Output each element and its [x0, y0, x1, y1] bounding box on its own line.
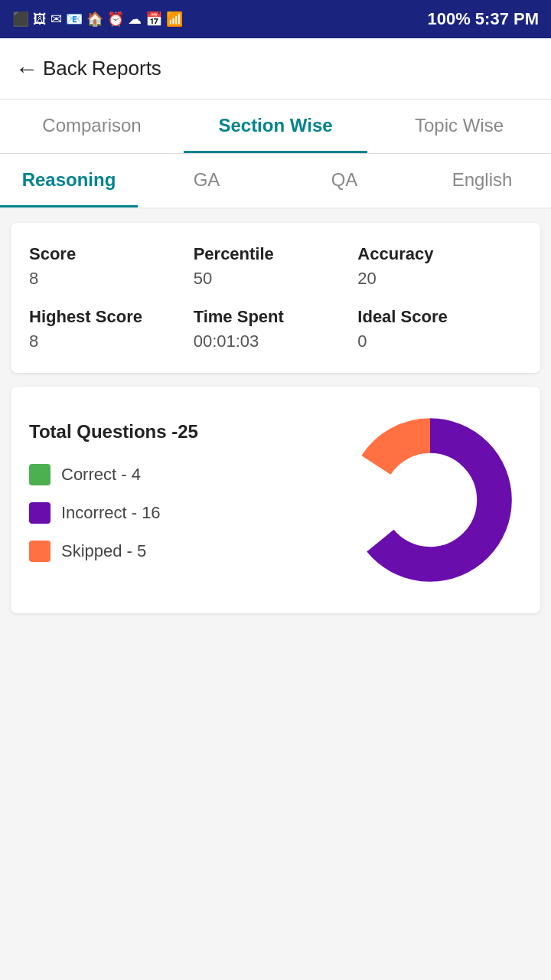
score-label: Score — [29, 244, 194, 264]
subtab-qa[interactable]: QA — [276, 154, 413, 207]
time-text: 5:37 PM — [475, 9, 539, 29]
time-spent-label: Time Spent — [194, 307, 358, 327]
status-bar: ⬛ 🖼 ✉ 📧 🏠 ⏰ ☁ 📅 📶 100% 5:37 PM — [0, 0, 551, 38]
notification-icons: ⬛ 🖼 ✉ 📧 🏠 ⏰ ☁ 📅 📶 — [12, 11, 183, 28]
header: ← BackReports — [0, 38, 551, 100]
score-value: 8 — [29, 269, 194, 289]
legend: Total Questions -25 Correct - 4 Incorrec… — [29, 421, 323, 579]
percentile-item: Percentile 50 — [194, 244, 358, 289]
percentile-label: Percentile — [194, 244, 358, 264]
chart-section: Total Questions -25 Correct - 4 Incorrec… — [29, 408, 522, 592]
score-grid: Score 8 Percentile 50 Accuracy 20 Highes… — [29, 244, 522, 351]
correct-label: Correct - 4 — [61, 465, 141, 485]
tab-topic-wise[interactable]: Topic Wise — [367, 100, 551, 153]
status-bar-left: ⬛ 🖼 ✉ 📧 🏠 ⏰ ☁ 📅 📶 — [12, 11, 428, 28]
score-item: Score 8 — [29, 244, 194, 289]
subtab-english[interactable]: English — [413, 154, 551, 207]
score-card: Score 8 Percentile 50 Accuracy 20 Highes… — [11, 223, 540, 373]
correct-legend-item: Correct - 4 — [29, 464, 323, 485]
percentile-value: 50 — [194, 269, 358, 289]
battery-text: 100% — [428, 9, 471, 29]
tab-comparison[interactable]: Comparison — [0, 100, 184, 153]
skipped-label: Skipped - 5 — [61, 541, 146, 561]
time-spent-item: Time Spent 00:01:03 — [194, 307, 358, 351]
header-title: Reports — [92, 57, 161, 80]
back-arrow-icon: ← — [15, 56, 38, 82]
time-spent-value: 00:01:03 — [194, 332, 358, 351]
ideal-score-label: Ideal Score — [357, 307, 522, 327]
skipped-legend-item: Skipped - 5 — [29, 541, 323, 562]
highest-score-label: Highest Score — [29, 307, 194, 327]
back-button[interactable]: ← BackReports — [15, 56, 161, 82]
questions-card: Total Questions -25 Correct - 4 Incorrec… — [11, 387, 540, 613]
svg-point-3 — [384, 454, 476, 546]
subtab-reasoning[interactable]: Reasoning — [0, 154, 138, 207]
skipped-color-box — [29, 541, 51, 562]
tab-section-wise[interactable]: Section Wise — [184, 100, 367, 153]
donut-chart — [338, 408, 522, 592]
back-label: Back — [43, 57, 87, 80]
incorrect-color-box — [29, 502, 51, 524]
highest-score-item: Highest Score 8 — [29, 307, 194, 351]
correct-color-box — [29, 464, 51, 485]
incorrect-label: Incorrect - 16 — [61, 503, 161, 523]
accuracy-label: Accuracy — [357, 244, 522, 264]
ideal-score-item: Ideal Score 0 — [357, 307, 522, 351]
sub-tabs: Reasoning GA QA English — [0, 154, 551, 209]
highest-score-value: 8 — [29, 332, 194, 351]
status-bar-right: 100% 5:37 PM — [428, 9, 539, 29]
total-questions-label: Total Questions -25 — [29, 421, 323, 443]
top-tabs: Comparison Section Wise Topic Wise — [0, 100, 551, 154]
incorrect-legend-item: Incorrect - 16 — [29, 502, 323, 524]
ideal-score-value: 0 — [357, 332, 522, 351]
accuracy-value: 20 — [357, 269, 522, 289]
accuracy-item: Accuracy 20 — [357, 244, 522, 289]
subtab-ga[interactable]: GA — [138, 154, 276, 207]
donut-svg — [338, 408, 522, 592]
